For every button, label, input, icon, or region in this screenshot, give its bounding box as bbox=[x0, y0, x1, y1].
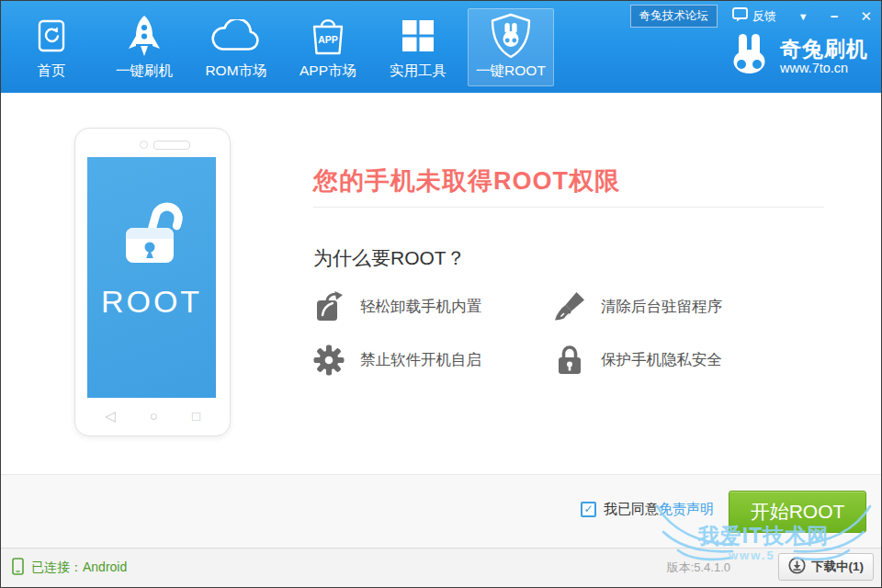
phone-nav-buttons: ◁ ○ □ bbox=[75, 408, 230, 424]
grid-icon bbox=[402, 9, 434, 63]
app-bag-icon: APP bbox=[310, 9, 346, 63]
nav-item-flash[interactable]: 一键刷机 bbox=[98, 8, 190, 86]
app-window: 首页 一键刷机 ROM市场 APP APP市场 bbox=[0, 0, 882, 588]
nav-label: APP市场 bbox=[300, 63, 356, 78]
download-manager-button[interactable]: 下载中(1) bbox=[778, 553, 874, 581]
connection-text: 已连接：Android bbox=[31, 560, 127, 576]
nav-label: 实用工具 bbox=[390, 63, 447, 78]
rabbit-logo-icon bbox=[729, 34, 772, 78]
agree-checkbox[interactable]: ✓ bbox=[581, 502, 596, 517]
close-button[interactable]: ✕ bbox=[860, 8, 872, 25]
why-root-heading: 为什么要ROOT？ bbox=[313, 245, 466, 271]
brush-icon bbox=[554, 292, 585, 322]
start-root-button[interactable]: 开始ROOT bbox=[729, 491, 866, 533]
nav-label: ROM市场 bbox=[205, 63, 266, 78]
main-nav: 首页 一键刷机 ROM市场 APP APP市场 bbox=[16, 1, 554, 86]
download-label: 下载中(1) bbox=[811, 559, 864, 575]
minimize-button[interactable]: − bbox=[831, 8, 839, 24]
logo-url: www.7to.cn bbox=[780, 61, 868, 75]
nav-label: 一键刷机 bbox=[116, 63, 173, 78]
android-home-icon: ○ bbox=[150, 408, 158, 424]
titlebar-controls: 奇兔技术论坛 反馈 ▼ − ✕ bbox=[630, 5, 872, 28]
lock-icon bbox=[554, 345, 585, 376]
cloud-icon bbox=[209, 9, 263, 63]
logo-title: 奇兔刷机 bbox=[780, 37, 868, 61]
feature-label: 轻松卸载手机内置 bbox=[360, 297, 481, 317]
download-icon bbox=[788, 557, 806, 577]
version-label: 版本:5.4.1.0 bbox=[667, 560, 730, 576]
feature-item: 轻松卸载手机内置 bbox=[313, 289, 554, 324]
disclaimer-link[interactable]: 免责声明 bbox=[659, 501, 714, 518]
nav-item-app-market[interactable]: APP APP市场 bbox=[282, 8, 374, 86]
screen-root-label: ROOT bbox=[101, 284, 202, 320]
action-bar: ✓ 我已同意 免责声明 开始ROOT bbox=[1, 474, 881, 548]
nav-item-rom-market[interactable]: ROM市场 bbox=[190, 8, 282, 86]
header-bar: 首页 一键刷机 ROM市场 APP APP市场 bbox=[1, 1, 881, 93]
nav-label: 一键ROOT bbox=[476, 63, 546, 78]
speech-bubble-icon bbox=[732, 7, 748, 25]
android-back-icon: ◁ bbox=[105, 408, 116, 424]
status-bar: 已连接：Android 版本:5.4.1.0 下载中(1) bbox=[1, 548, 881, 587]
connected-phone-icon bbox=[12, 558, 24, 578]
page-title: 您的手机未取得ROOT权限 bbox=[313, 164, 620, 198]
phone-illustration: ROOT ◁ ○ □ bbox=[74, 128, 231, 436]
nav-item-one-key-root[interactable]: 一键ROOT bbox=[468, 8, 554, 86]
feature-item: 清除后台驻留程序 bbox=[554, 289, 830, 324]
nav-label: 首页 bbox=[38, 63, 66, 78]
uninstall-icon bbox=[313, 291, 345, 322]
rocket-icon bbox=[127, 9, 162, 63]
dropdown-arrow-icon[interactable]: ▼ bbox=[798, 11, 808, 22]
feature-label: 保护手机隐私安全 bbox=[601, 350, 722, 370]
forum-button[interactable]: 奇兔技术论坛 bbox=[630, 5, 718, 28]
feature-list: 轻松卸载手机内置 清除后台驻留程序 bbox=[313, 289, 830, 378]
feature-label: 禁止软件开机自启 bbox=[360, 350, 481, 370]
connection-status: 已连接：Android bbox=[12, 558, 127, 578]
phone-camera-dot bbox=[140, 141, 148, 149]
agree-label: 我已同意 bbox=[604, 501, 659, 518]
title-divider bbox=[313, 207, 824, 208]
unlocked-padlock-icon bbox=[113, 198, 190, 278]
android-recent-icon: □ bbox=[192, 408, 200, 424]
feature-label: 清除后台驻留程序 bbox=[601, 297, 722, 317]
phone-screen: ROOT bbox=[87, 157, 216, 398]
home-refresh-icon bbox=[38, 9, 65, 63]
feature-item: 保护手机隐私安全 bbox=[554, 343, 830, 378]
nav-item-tools[interactable]: 实用工具 bbox=[374, 8, 462, 86]
feedback-button[interactable]: 反馈 bbox=[732, 7, 776, 25]
shield-rabbit-icon bbox=[490, 9, 532, 63]
nav-item-home[interactable]: 首页 bbox=[16, 8, 87, 86]
feature-item: 禁止软件开机自启 bbox=[313, 343, 554, 378]
app-logo: 奇兔刷机 www.7to.cn bbox=[729, 34, 868, 78]
svg-text:APP: APP bbox=[318, 34, 338, 45]
gear-icon bbox=[313, 345, 345, 376]
agreement-row: ✓ 我已同意 免责声明 bbox=[581, 501, 714, 518]
phone-speaker-slot bbox=[153, 141, 190, 150]
feedback-label: 反馈 bbox=[752, 8, 776, 25]
